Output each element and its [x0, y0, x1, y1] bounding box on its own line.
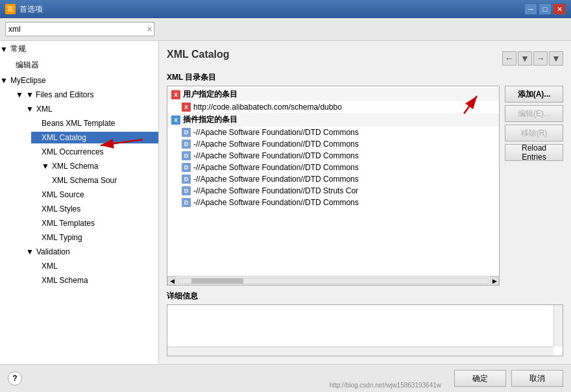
right-panel: XML Catalog ← ▼ → ▼ XML 目录条目 [159, 41, 571, 364]
tree-label-xml-schema-source: XML Schema Sour [52, 176, 117, 185]
dtd5-icon: D [182, 175, 191, 184]
nav-back-button[interactable]: ← [502, 51, 516, 66]
catalog-item-dtd6[interactable]: D -//Apache Software Foundation//DTD Com… [167, 197, 499, 208]
close-button[interactable]: ✕ [553, 3, 566, 15]
tree-item-xml-occurrences[interactable]: XML Occurrences [31, 145, 158, 159]
dtd5-label: -//Apache Software Foundation//DTD Commo… [193, 175, 359, 184]
tree-label-xml-schema: XML Schema [52, 162, 99, 171]
panel-title: XML Catalog [167, 49, 230, 63]
tree-item-editor[interactable]: 编辑器 [10, 57, 158, 73]
tree-item-general[interactable]: ▼常规 [0, 41, 158, 57]
detail-vscrollbar[interactable] [553, 305, 563, 347]
cancel-button[interactable]: 取消 [511, 370, 563, 387]
tree-label-xml-typing: XML Typing [42, 233, 82, 242]
alibabatech-icon: X [182, 103, 191, 112]
catalog-item-dtd-struts[interactable]: D -//Apache Software Foundation//DTD Str… [167, 185, 499, 197]
add-button[interactable]: 添加(A)... [505, 86, 563, 103]
dtd3-label: -//Apache Software Foundation//DTD Commo… [193, 151, 359, 160]
tree-item-xml-schema[interactable]: ▼XML Schema [31, 159, 158, 173]
window-title: 首选项 [19, 4, 43, 15]
titlebar-controls: ─ □ ✕ [524, 3, 566, 15]
tree-label-beans-template: Beans XML Template [42, 119, 115, 128]
tree-item-xml-source[interactable]: XML Source [31, 188, 158, 202]
minimize-button[interactable]: ─ [524, 3, 537, 15]
tree-label-xml: XML [36, 104, 53, 114]
dtd4-label: -//Apache Software Foundation//DTD Commo… [193, 163, 359, 172]
dtd2-icon: D [182, 140, 191, 149]
catalog-plugin-group[interactable]: X 插件指定的条目 [167, 113, 499, 127]
tree-item-validation[interactable]: ▼Validation [21, 245, 158, 259]
dtd1-icon: D [182, 128, 191, 137]
plugin-group-icon: X [171, 116, 180, 125]
tree-item-xml-templates[interactable]: XML Templates [31, 216, 158, 230]
search-input[interactable] [5, 22, 154, 36]
catalog-item-dtd5[interactable]: D -//Apache Software Foundation//DTD Com… [167, 173, 499, 185]
tree-item-xml-typing[interactable]: XML Typing [31, 230, 158, 245]
nav-forward-dropdown[interactable]: ▼ [549, 51, 563, 66]
catalog-user-group[interactable]: X 用户指定的条目 [167, 88, 499, 101]
edit-button[interactable]: 编辑(E)... [505, 105, 563, 122]
detail-section: 详细信息 [167, 291, 563, 356]
scrollbar-thumb[interactable] [191, 278, 243, 284]
detail-hscrollbar[interactable] [167, 347, 553, 356]
user-group-icon: X [171, 90, 180, 99]
tree-label-xml-styles: XML Styles [42, 204, 80, 214]
catalog-list[interactable]: X 用户指定的条目 X http://code.alibabatech.com/… [167, 86, 499, 276]
tree-item-beans-xml-template[interactable]: Beans XML Template [31, 116, 158, 130]
tree-item-xml-styles[interactable]: XML Styles [31, 202, 158, 216]
watermark: http://blog.csdn.net/wjw15863193641w [330, 382, 441, 389]
dtd6-icon: D [182, 198, 191, 207]
dtd2-label: -//Apache Software Foundation//DTD Commo… [193, 140, 359, 149]
dtd-struts-icon: D [182, 186, 191, 195]
catalog-item-alibabatech[interactable]: X http://code.alibabatech.com/schema/dub… [167, 101, 499, 113]
dtd-struts-label: -//Apache Software Foundation//DTD Strut… [193, 186, 358, 195]
tree-item-validation-xmlschema[interactable]: XML Schema [31, 273, 158, 288]
tree-label-xml-source: XML Source [42, 190, 84, 199]
tree-item-xml[interactable]: ▼XML [21, 102, 158, 116]
tree-item-files-and-editors[interactable]: ▼▼ Files and Editors [10, 88, 158, 102]
search-clear-icon[interactable]: ✕ [147, 25, 152, 34]
catalog-item-dtd1[interactable]: D -//Apache Software Foundation//DTD Com… [167, 127, 499, 138]
tree-label-validation: Validation [36, 247, 70, 256]
tree-item-xml-schema-source[interactable]: XML Schema Sour [42, 173, 158, 188]
bottom-buttons: 确定 取消 [454, 370, 563, 387]
user-group-label: 用户指定的条目 [183, 89, 237, 100]
catalog-hscrollbar[interactable]: ◀ ▶ [167, 276, 499, 285]
catalog-item-dtd3[interactable]: D -//Apache Software Foundation//DTD Com… [167, 150, 499, 162]
dtd6-label: -//Apache Software Foundation//DTD Commo… [193, 198, 359, 207]
titlebar: 首 首选项 ─ □ ✕ [0, 0, 571, 18]
tree-label-general: 常规 [10, 43, 26, 55]
alibabatech-label: http://code.alibabatech.com/schema/dubbo [193, 103, 342, 112]
scrollbar-left-arrow[interactable]: ◀ [167, 276, 176, 286]
scrollbar-track[interactable] [178, 278, 489, 284]
tree-label-xml-catalog: XML Catalog [42, 133, 86, 142]
catalog-box: X 用户指定的条目 X http://code.alibabatech.com/… [167, 86, 500, 286]
catalog-section: X 用户指定的条目 X http://code.alibabatech.com/… [167, 86, 563, 286]
tree-item-xml-catalog[interactable]: XML Catalog [31, 130, 158, 145]
tree-item-myeclipse[interactable]: ▼MyEclipse [0, 73, 158, 88]
tree-item-validation-xml[interactable]: XML [31, 259, 158, 273]
app-icon: 首 [5, 4, 16, 14]
help-button[interactable]: ? [8, 371, 22, 386]
nav-toolbar: ← ▼ → ▼ [502, 51, 563, 66]
dtd1-label: -//Apache Software Foundation//DTD Commo… [193, 128, 359, 137]
nav-forward-button[interactable]: → [533, 51, 548, 66]
reload-entries-button[interactable]: Reload Entries [505, 144, 563, 161]
nav-dropdown-button[interactable]: ▼ [518, 51, 532, 66]
tree-label-xml-templates: XML Templates [42, 219, 95, 228]
maximize-button[interactable]: □ [539, 3, 552, 15]
left-panel: ▼常规 编辑器 ▼MyEclipse ▼▼ Files and Edito [0, 41, 159, 364]
content-area: ▼常规 编辑器 ▼MyEclipse ▼▼ Files and Edito [0, 41, 571, 364]
tree-label-files-editors: ▼ Files and Editors [26, 90, 94, 99]
tree-label-validation-xml: XML [42, 262, 58, 271]
plugin-group-label: 插件指定的条目 [183, 114, 237, 125]
confirm-button[interactable]: 确定 [454, 370, 506, 387]
side-buttons: 添加(A)... 编辑(E)... 移除(R) Reload Entries [505, 86, 563, 286]
titlebar-title: 首 首选项 [5, 4, 43, 15]
scrollbar-right-arrow[interactable]: ▶ [490, 276, 499, 286]
tree-label-validation-xmlschema: XML Schema [42, 276, 88, 285]
catalog-item-dtd4[interactable]: D -//Apache Software Foundation//DTD Com… [167, 162, 499, 173]
section-label: XML 目录条目 [167, 72, 563, 83]
remove-button[interactable]: 移除(R) [505, 125, 563, 141]
catalog-item-dtd2[interactable]: D -//Apache Software Foundation//DTD Com… [167, 138, 499, 150]
